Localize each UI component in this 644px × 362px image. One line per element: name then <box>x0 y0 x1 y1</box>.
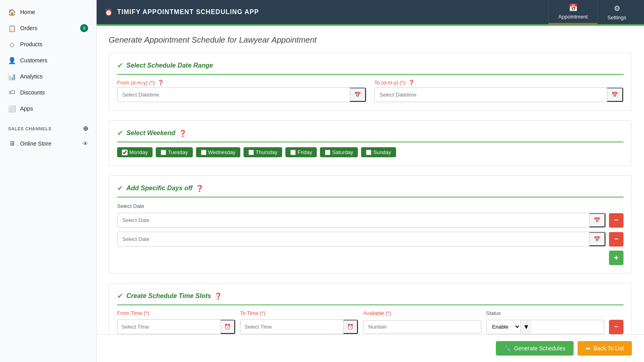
col-status: Status <box>486 310 605 316</box>
home-icon: 🏠 <box>8 8 16 16</box>
status-select-1-wrap: Enable Disable ▼ <box>486 320 605 334</box>
apps-icon: ⬜ <box>8 105 16 113</box>
checkbox-wednesday[interactable] <box>201 150 206 155</box>
from-time-input-1[interactable] <box>118 321 221 333</box>
day-tuesday[interactable]: Tuesday <box>156 147 192 157</box>
date-cal-btn-1[interactable]: 📅 <box>589 213 605 227</box>
from-time-clock-1[interactable]: ⏰ <box>221 320 235 334</box>
checkbox-sunday[interactable] <box>366 150 372 155</box>
remove-slot-btn-1[interactable]: − <box>609 320 623 334</box>
back-to-list-button[interactable]: ⬅ Back To List <box>578 341 632 356</box>
checkbox-saturday[interactable] <box>325 150 330 155</box>
from-date-group: From (d-m-y) (*): ❓ 📅 <box>117 80 366 102</box>
from-date-calendar-btn[interactable]: 📅 <box>350 88 366 102</box>
to-help-icon[interactable]: ❓ <box>408 80 415 86</box>
from-date-input-wrap: 📅 <box>117 87 366 102</box>
day-saturday[interactable]: Saturday <box>320 147 358 157</box>
back-icon: ⬅ <box>586 345 590 352</box>
time-slots-header-row: ✔ Create Schedule Time Slots ❓ <box>117 292 623 305</box>
check-icon-3: ✔ <box>117 184 123 193</box>
add-date-btn[interactable]: + <box>609 251 623 265</box>
app-title: TIMIFY APPOINTMENT SCHEDULING APP <box>117 8 259 16</box>
day-sunday[interactable]: Sunday <box>361 147 396 157</box>
sidebar-item-online-store[interactable]: 🖥 Online Store 👁 <box>0 136 96 152</box>
checkbox-tuesday[interactable] <box>161 150 166 155</box>
to-time-input-1[interactable] <box>241 321 344 333</box>
bottom-actions: 🔧 Generate Schedules ⬅ Back To List <box>97 334 644 362</box>
checkbox-friday[interactable] <box>290 150 296 155</box>
to-date-input[interactable] <box>375 88 607 101</box>
date-input-2-wrap: 📅 <box>117 232 606 247</box>
day-friday[interactable]: Friday <box>285 147 317 157</box>
appointment-tab-icon: 📅 <box>569 3 578 12</box>
days-row: Monday Tuesday Wednesday Thursday Friday <box>117 147 623 157</box>
remove-date-btn-1[interactable]: − <box>609 213 623 228</box>
add-channel-icon[interactable]: ⊕ <box>83 125 89 132</box>
sidebar-item-discounts[interactable]: 🏷 Discounts <box>0 84 96 101</box>
col-from-time: From Time (*) <box>117 310 235 316</box>
from-help-icon[interactable]: ❓ <box>157 80 164 86</box>
sidebar-item-orders[interactable]: 📋 Orders 9 <box>0 20 96 36</box>
date-input-1-wrap: 📅 <box>117 213 606 228</box>
date-input-2[interactable] <box>118 233 589 245</box>
day-monday[interactable]: Monday <box>117 147 153 157</box>
weekend-help-icon[interactable]: ❓ <box>179 130 187 137</box>
col-available: Available (*) <box>363 310 481 316</box>
tab-settings[interactable]: ⚙ Settings <box>597 0 636 24</box>
checkbox-monday[interactable] <box>122 150 128 155</box>
available-input-1[interactable] <box>363 320 481 333</box>
time-slots-section: ✔ Create Schedule Time Slots ❓ From Time… <box>109 283 632 334</box>
day-wednesday[interactable]: Wednesday <box>196 147 240 157</box>
days-off-title: Add Specific Days off <box>126 185 192 192</box>
date-range-form: From (d-m-y) (*): ❓ 📅 To (d-m-y) (*): ❓ <box>117 80 623 102</box>
date-row-1: 📅 − <box>117 213 623 228</box>
col-to-time: To Time (*) <box>240 310 359 316</box>
analytics-icon: 📊 <box>8 72 16 80</box>
check-icon-2: ✔ <box>117 129 123 138</box>
generate-schedules-button[interactable]: 🔧 Generate Schedules <box>496 341 574 356</box>
sidebar-item-customers[interactable]: 👤 Customers <box>0 52 96 68</box>
from-time-1-wrap: ⏰ <box>117 319 235 334</box>
weekend-title: Select Weekend <box>126 130 175 137</box>
app-title-area: ⏰ TIMIFY APPOINTMENT SCHEDULING APP <box>105 8 259 16</box>
sidebar-item-apps[interactable]: ⬜ Apps <box>0 101 96 117</box>
discounts-icon: 🏷 <box>8 88 16 97</box>
remove-date-btn-2[interactable]: − <box>609 232 623 247</box>
date-range-section: ✔ Select Schedule Date Range From (d-m-y… <box>109 53 632 111</box>
clock-icon: ⏰ <box>105 8 113 16</box>
day-thursday[interactable]: Thursday <box>244 147 282 157</box>
status-select-1[interactable]: Enable Disable <box>487 320 520 333</box>
to-date-group: To (d-m-y) (*): ❓ 📅 <box>374 80 623 102</box>
app-header: ⏰ TIMIFY APPOINTMENT SCHEDULING APP 📅 Ap… <box>97 0 644 24</box>
days-off-help-icon[interactable]: ❓ <box>196 185 204 192</box>
date-cal-btn-2[interactable]: 📅 <box>589 232 605 246</box>
time-slots-col-headers: From Time (*) To Time (*) Available (*) … <box>117 310 623 316</box>
status-dropdown-arrow-1: ▼ <box>520 320 532 334</box>
to-date-label: To (d-m-y) (*): ❓ <box>374 80 623 86</box>
tab-appointment[interactable]: 📅 Appointment <box>548 0 597 24</box>
content-area: Generate Appointment Schedule for Lawyea… <box>97 26 644 334</box>
weekend-header: ✔ Select Weekend ❓ <box>117 129 623 142</box>
app-header-tabs: 📅 Appointment ⚙ Settings <box>548 0 636 24</box>
to-time-clock-1[interactable]: ⏰ <box>343 320 358 334</box>
checkbox-thursday[interactable] <box>248 150 254 155</box>
sidebar: 🏠 Home 📋 Orders 9 ◇ Products 👤 Customers… <box>0 0 97 362</box>
time-slots-help-icon[interactable]: ❓ <box>214 292 222 300</box>
select-date-label: Select Date <box>117 203 144 209</box>
date-input-1[interactable] <box>118 214 589 226</box>
from-date-label: From (d-m-y) (*): ❓ <box>117 80 366 86</box>
time-slots-title: Create Schedule Time Slots <box>126 292 211 300</box>
days-off-header: ✔ Add Specific Days off ❓ <box>117 184 623 197</box>
sidebar-item-home[interactable]: 🏠 Home <box>0 4 96 20</box>
to-time-1-wrap: ⏰ <box>240 319 359 334</box>
products-icon: ◇ <box>8 40 16 48</box>
add-date-row: + <box>117 251 623 265</box>
online-store-icon: 🖥 <box>8 140 16 148</box>
sidebar-item-analytics[interactable]: 📊 Analytics <box>0 68 96 84</box>
check-icon-4: ✔ <box>117 292 123 300</box>
weekend-section: ✔ Select Weekend ❓ Monday Tuesday Wednes… <box>109 120 632 166</box>
from-date-input[interactable] <box>118 88 350 101</box>
to-date-calendar-btn[interactable]: 📅 <box>607 88 623 102</box>
orders-badge: 9 <box>80 24 88 32</box>
sidebar-item-products[interactable]: ◇ Products <box>0 36 96 52</box>
